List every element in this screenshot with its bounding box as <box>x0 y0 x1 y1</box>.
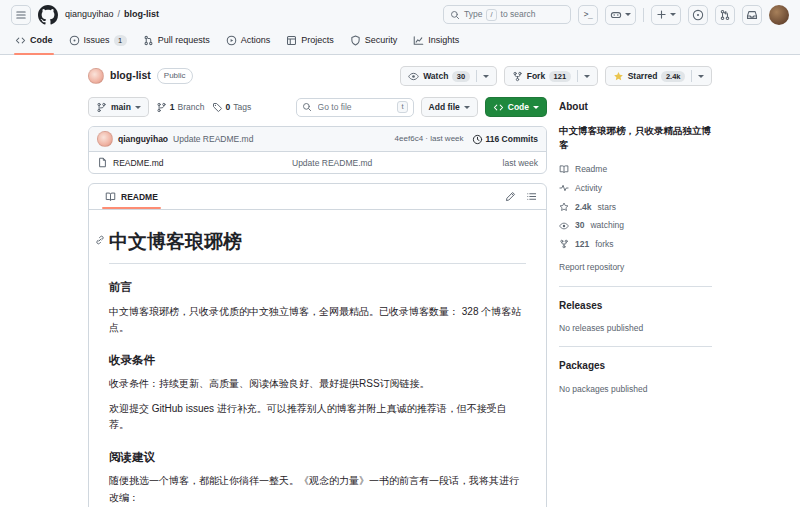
watch-button[interactable]: Watch 30 <box>400 66 497 86</box>
file-name[interactable]: README.md <box>113 157 164 169</box>
commit-sha-time[interactable]: 4eef6c4 · last week <box>395 133 464 145</box>
paragraph: 中文博客琅琊榜，只收录优质的中文独立博客，全网最精品。已收录博客数量： 328 … <box>109 304 526 337</box>
copilot-icon <box>610 9 622 21</box>
list-item-readme[interactable]: Readme <box>559 163 712 175</box>
inbox-icon <box>746 9 758 21</box>
tab-projects[interactable]: Projects <box>279 29 341 54</box>
repo-main-column: main 1 Branch 0 Tags t <box>88 97 547 507</box>
content-layout: main 1 Branch 0 Tags t <box>88 97 712 507</box>
code-download-button[interactable]: Code <box>485 97 547 117</box>
branch-selector-button[interactable]: main <box>88 97 149 117</box>
packages-section: Packages No packages published <box>559 359 712 395</box>
tab-pull-requests[interactable]: Pull requests <box>136 29 217 54</box>
git-pull-request-icon <box>143 35 154 46</box>
branches-link[interactable]: 1 Branch <box>156 101 205 113</box>
code-icon <box>493 102 504 113</box>
readme-tools <box>505 191 537 202</box>
tags-link[interactable]: 0 Tags <box>212 101 252 113</box>
breadcrumb-owner[interactable]: qianguyihao <box>65 8 114 21</box>
commit-message[interactable]: Update README.md <box>173 133 253 145</box>
commit-author[interactable]: qianguyihao <box>118 133 168 145</box>
search-placeholder-pre: Type <box>464 8 482 20</box>
tab-issues[interactable]: Issues 1 <box>62 29 134 54</box>
tab-label: Insights <box>428 34 459 47</box>
button-divider <box>476 70 477 82</box>
stat-count: 121 <box>575 238 589 250</box>
tab-readme[interactable]: README <box>98 184 165 209</box>
repo-title[interactable]: blog-list <box>110 68 151 83</box>
list-item-activity[interactable]: Activity <box>559 182 712 194</box>
pull-requests-dashboard-button[interactable] <box>715 5 735 25</box>
file-commit-time: last week <box>503 157 538 169</box>
fork-button[interactable]: Fork 121 <box>504 66 598 86</box>
section-heading: 前言 <box>109 279 526 296</box>
commit-history-link[interactable]: 116 Commits <box>472 133 538 145</box>
search-icon <box>302 102 312 112</box>
issue-opened-icon <box>692 9 704 21</box>
report-repository-link[interactable]: Report repository <box>559 261 624 273</box>
add-file-button[interactable]: Add file <box>421 97 478 117</box>
tab-actions[interactable]: Actions <box>219 29 278 54</box>
sidebar-divider <box>559 346 712 347</box>
star-button[interactable]: Starred 2.4k <box>605 66 712 86</box>
tab-security[interactable]: Security <box>343 29 405 54</box>
tab-insights[interactable]: Insights <box>406 29 466 54</box>
readme-content: 中文博客琅琊榜 前言 中文博客琅琊榜，只收录优质的中文独立博客，全网最精品。已收… <box>89 210 546 507</box>
github-logo[interactable] <box>38 5 58 25</box>
packages-empty-text: No packages published <box>559 383 712 395</box>
link-icon[interactable] <box>95 235 105 245</box>
shield-icon <box>350 35 361 46</box>
branches-label: Branch <box>178 101 205 113</box>
go-to-file-field[interactable] <box>316 100 394 114</box>
edit-readme-button[interactable] <box>505 191 516 202</box>
tab-label: Issues <box>84 34 110 47</box>
commit-author-avatar[interactable] <box>97 131 113 147</box>
list-item-watching[interactable]: 30 watching <box>559 219 712 231</box>
releases-heading[interactable]: Releases <box>559 299 712 314</box>
chevron-down-icon[interactable] <box>584 75 590 81</box>
repo-sidebar: About 中文博客琅琊榜，只收录精品独立博客 Readme Activity <box>559 97 712 395</box>
chevron-down-icon[interactable] <box>698 75 704 81</box>
packages-heading[interactable]: Packages <box>559 359 712 374</box>
go-to-file-input[interactable]: t <box>296 98 414 117</box>
commit-history-label: 116 Commits <box>486 133 538 145</box>
latest-commit-bar[interactable]: qianguyihao Update README.md 4eef6c4 · l… <box>89 127 546 152</box>
global-search-input[interactable]: Type / to search <box>443 5 571 24</box>
list-item-stars[interactable]: 2.4k stars <box>559 201 712 213</box>
tab-code[interactable]: Code <box>8 29 60 54</box>
header-divider <box>643 8 644 22</box>
repo-header: blog-list Public Watch 30 Fork 121 Starr… <box>88 66 712 86</box>
hamburger-menu-button[interactable] <box>11 5 31 25</box>
search-icon <box>450 10 460 20</box>
tab-label: Projects <box>301 34 334 47</box>
user-avatar[interactable] <box>769 5 789 25</box>
tab-label: Code <box>30 34 53 47</box>
stat-label: Activity <box>575 182 602 194</box>
repo-owner-avatar[interactable] <box>88 68 104 84</box>
list-item-forks[interactable]: 121 forks <box>559 238 712 250</box>
inbox-button[interactable] <box>742 5 762 25</box>
file-name-cell[interactable]: README.md <box>97 157 292 169</box>
tags-count: 0 <box>226 101 231 113</box>
about-heading: About <box>559 100 712 115</box>
copilot-button[interactable] <box>605 5 636 25</box>
command-palette-button[interactable]: >_ <box>578 5 598 25</box>
list-icon <box>526 191 537 202</box>
issues-dashboard-button[interactable] <box>688 5 708 25</box>
stat-label: Readme <box>575 163 607 175</box>
create-new-button[interactable] <box>651 5 681 25</box>
table-row[interactable]: README.md Update README.md last week <box>89 152 546 173</box>
about-section: About 中文博客琅琊榜，只收录精品独立博客 Readme Activity <box>559 100 712 274</box>
readme-tab-label: README <box>121 191 158 203</box>
section-heading: 收录条件 <box>109 352 526 369</box>
file-commit-message[interactable]: Update README.md <box>292 157 503 169</box>
current-branch-label: main <box>111 101 131 113</box>
file-list-card: qianguyihao Update README.md 4eef6c4 · l… <box>88 126 547 174</box>
breadcrumb-repo[interactable]: blog-list <box>124 8 159 21</box>
about-description: 中文博客琅琊榜，只收录精品独立博客 <box>559 124 712 153</box>
repo-fork-icon <box>512 71 523 82</box>
chevron-down-icon[interactable] <box>483 75 489 81</box>
outline-button[interactable] <box>526 191 537 202</box>
branches-count: 1 <box>170 101 175 113</box>
button-divider <box>691 70 692 82</box>
